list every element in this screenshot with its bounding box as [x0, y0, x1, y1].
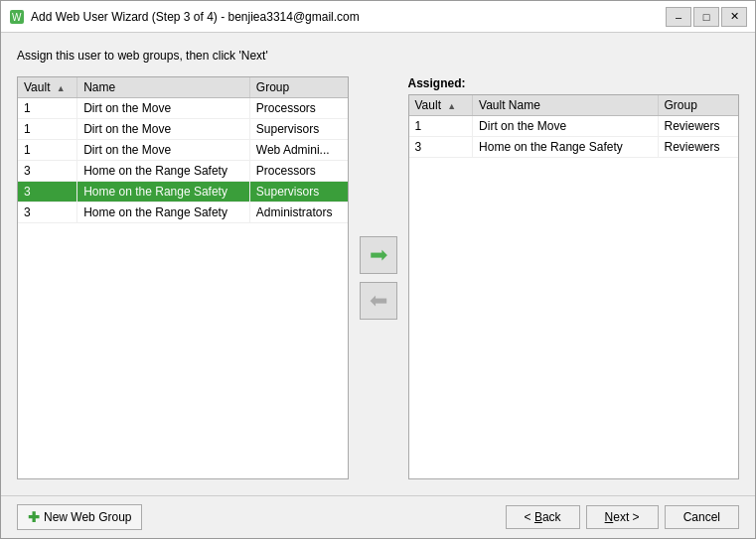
window-title: Add Web User Wizard (Step 3 of 4) - benj…	[31, 10, 666, 24]
cell-name: Dirt on the Move	[77, 140, 250, 161]
cell-vault: 1	[18, 140, 77, 161]
arrow-left-icon: ⬅	[370, 288, 387, 314]
sort-arrow-vault-right: ▲	[447, 101, 456, 111]
left-panel: Vault ▲ Name Group 1Dirt on the MoveProc…	[17, 76, 349, 479]
cell-group: Web Admini...	[249, 140, 347, 161]
next-underline: N	[605, 510, 614, 524]
window-controls: – □ ✕	[666, 7, 747, 27]
table-row[interactable]: 3Home on the Range SafetyProcessors	[18, 161, 348, 182]
new-group-label: New Web Group	[44, 510, 131, 524]
cell-vault: 1	[18, 98, 77, 119]
cell-name: Home on the Range Safety	[77, 161, 250, 182]
plus-icon: ✚	[28, 509, 40, 525]
cell-group: Administrators	[249, 202, 347, 223]
remove-from-assigned-button[interactable]: ⬅	[360, 282, 397, 320]
maximize-button[interactable]: □	[693, 7, 719, 27]
left-col-group[interactable]: Group	[249, 77, 347, 98]
cell-name: Dirt on the Move	[77, 98, 250, 119]
table-row[interactable]: 3Home on the Range SafetyAdministrators	[18, 202, 348, 223]
cell-vault: 1	[18, 119, 77, 140]
cancel-button[interactable]: Cancel	[665, 505, 739, 529]
arrow-right-icon: ➡	[370, 242, 387, 268]
panels-row: Vault ▲ Name Group 1Dirt on the MoveProc…	[17, 76, 739, 479]
minimize-button[interactable]: –	[666, 7, 691, 27]
table-row[interactable]: 1Dirt on the MoveWeb Admini...	[18, 140, 348, 161]
cell-name: Home on the Range Safety	[473, 137, 658, 158]
table-row[interactable]: 3Home on the Range SafetyReviewers	[409, 137, 739, 158]
right-table: Vault ▲ Vault Name Group 1Dirt on the Mo…	[409, 95, 739, 158]
cell-vault: 3	[18, 202, 77, 223]
cell-group: Processors	[249, 98, 347, 119]
svg-text:W: W	[12, 12, 22, 23]
title-bar: W Add Web User Wizard (Step 3 of 4) - be…	[1, 1, 755, 33]
cell-group: Processors	[249, 161, 347, 182]
arrows-column: ➡ ⬅	[349, 76, 408, 479]
cell-group: Reviewers	[658, 137, 738, 158]
cell-name: Home on the Range Safety	[77, 202, 250, 223]
cell-vault: 3	[409, 137, 473, 158]
sort-arrow-vault: ▲	[57, 83, 66, 93]
assigned-label: Assigned:	[408, 76, 740, 90]
right-col-vault[interactable]: Vault ▲	[409, 95, 473, 116]
cell-vault: 1	[409, 116, 473, 137]
left-col-vault[interactable]: Vault ▲	[18, 77, 77, 98]
nav-buttons: < Back Next > Cancel	[506, 505, 739, 529]
left-table-container[interactable]: Vault ▲ Name Group 1Dirt on the MoveProc…	[17, 76, 349, 479]
main-content: Assign this user to web groups, then cli…	[1, 33, 755, 495]
right-table-container[interactable]: Vault ▲ Vault Name Group 1Dirt on the Mo…	[408, 94, 740, 479]
cell-name: Dirt on the Move	[473, 116, 658, 137]
cell-name: Home on the Range Safety	[77, 182, 250, 202]
cell-vault: 3	[18, 182, 77, 202]
left-table: Vault ▲ Name Group 1Dirt on the MoveProc…	[18, 77, 348, 223]
back-underline: B	[534, 510, 542, 524]
cell-group: Reviewers	[658, 116, 738, 137]
main-window: W Add Web User Wizard (Step 3 of 4) - be…	[0, 0, 756, 539]
right-col-name[interactable]: Vault Name	[473, 95, 658, 116]
new-web-group-button[interactable]: ✚ New Web Group	[17, 504, 142, 530]
next-button[interactable]: Next >	[586, 505, 659, 529]
table-row[interactable]: 1Dirt on the MoveReviewers	[409, 116, 739, 137]
close-button[interactable]: ✕	[721, 7, 747, 27]
table-row[interactable]: 1Dirt on the MoveSupervisors	[18, 119, 348, 140]
bottom-bar: ✚ New Web Group < Back Next > Cancel	[1, 495, 755, 538]
right-col-group[interactable]: Group	[658, 95, 738, 116]
back-button[interactable]: < Back	[506, 505, 580, 529]
cell-group: Supervisors	[249, 182, 347, 202]
cell-group: Supervisors	[249, 119, 347, 140]
cell-vault: 3	[18, 161, 77, 182]
right-panel: Assigned: Vault ▲ Vault Name Group 1Dirt…	[408, 76, 740, 479]
add-to-assigned-button[interactable]: ➡	[360, 236, 397, 274]
table-row[interactable]: 1Dirt on the MoveProcessors	[18, 98, 348, 119]
cell-name: Dirt on the Move	[77, 119, 250, 140]
table-row[interactable]: 3Home on the Range SafetySupervisors	[18, 182, 348, 202]
instruction-text: Assign this user to web groups, then cli…	[17, 49, 739, 63]
left-col-name[interactable]: Name	[77, 77, 250, 98]
window-icon: W	[9, 9, 25, 25]
